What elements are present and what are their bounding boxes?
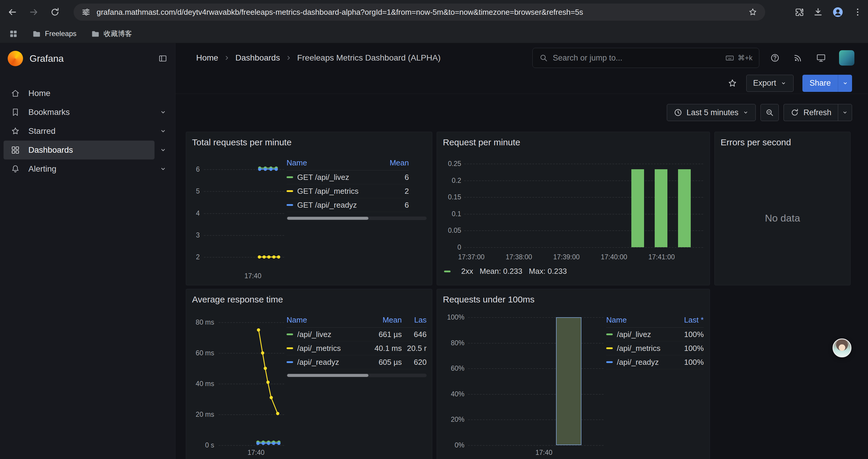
legend-row: /api/_readyz605 µs620 <box>286 355 427 369</box>
sidebar-item-home[interactable]: Home <box>4 84 155 103</box>
url-bar[interactable]: grafana.mathmast.com/d/deytv4rwavabkb/fr… <box>73 4 765 21</box>
y-axis-label: 0.15 <box>448 193 461 201</box>
bookmark-item-freeleaps[interactable]: Freeleaps <box>32 29 76 38</box>
line-series <box>260 168 276 169</box>
y-axis: 0.250.20.150.10.050 <box>440 164 461 247</box>
export-button[interactable]: Export <box>746 75 794 92</box>
zoom-out-button[interactable] <box>761 104 779 121</box>
sidebar-item-dashboards[interactable]: Dashboards <box>4 140 155 160</box>
dashboards-grid-icon <box>11 145 20 155</box>
y-axis-label: 60% <box>451 364 464 372</box>
legend-series-name[interactable]: GET /api/_readyz <box>297 201 357 210</box>
bookmark-label: Freeleaps <box>45 30 76 38</box>
time-range-picker[interactable]: Last 5 minutes <box>667 104 756 121</box>
legend-column-header[interactable]: Mean <box>358 313 402 327</box>
favorite-star-icon[interactable] <box>727 78 737 88</box>
legend-series-name[interactable]: GET /api/_metrics <box>297 187 359 196</box>
legend-row: /api/_metrics100% <box>606 341 704 355</box>
menu-kebab-icon[interactable] <box>852 7 863 17</box>
refresh-button[interactable]: Refresh <box>783 104 838 121</box>
refresh-icon <box>790 108 799 117</box>
legend-column-header[interactable]: Name <box>286 313 358 327</box>
panel-title[interactable]: Requests under 100ms <box>443 294 534 304</box>
chart-plot <box>468 317 603 445</box>
refresh-interval-dropdown[interactable] <box>838 104 852 121</box>
scrollbar-thumb[interactable] <box>287 217 368 220</box>
legend-column-header[interactable]: Las <box>402 313 427 327</box>
panel-title[interactable]: Total requests per minute <box>192 137 291 147</box>
profile-avatar-icon[interactable] <box>832 6 844 18</box>
gridline <box>468 419 603 420</box>
chevron-right-icon <box>224 55 230 61</box>
breadcrumb-dashboards[interactable]: Dashboards <box>236 53 280 63</box>
sidebar-item-label: Starred <box>28 126 56 136</box>
legend-series-name[interactable]: /api/_readyz <box>297 358 339 367</box>
panel-title[interactable]: Request per minute <box>443 137 520 147</box>
breadcrumb-current: Freeleaps Metrics Dashboard (ALPHA) <box>297 53 441 63</box>
panel-title[interactable]: Errors per second <box>720 137 791 147</box>
line-series <box>260 169 276 170</box>
legend-value: 2 <box>373 184 409 198</box>
legend-column-header[interactable]: Last * <box>671 313 704 327</box>
downloads-icon[interactable] <box>813 7 823 17</box>
forward-button[interactable] <box>25 3 42 21</box>
bookmark-star-icon[interactable] <box>748 7 757 17</box>
share-button[interactable]: Share <box>802 75 838 92</box>
help-icon[interactable] <box>770 53 780 63</box>
sidebar-item-label: Alerting <box>28 164 56 174</box>
browser-actions <box>794 0 863 24</box>
y-axis-label: 20% <box>451 416 464 424</box>
data-point <box>261 441 265 445</box>
series-color <box>286 176 293 178</box>
x-axis: 17:40 <box>219 449 284 458</box>
legend-column-header[interactable]: Mean <box>373 156 409 170</box>
legend-series-name[interactable]: /api/_livez <box>617 330 651 339</box>
series-color <box>286 347 293 349</box>
gridline <box>204 191 284 192</box>
sidebar-brand: Grafana <box>0 43 175 74</box>
panel-title[interactable]: Average response time <box>192 294 283 304</box>
grafana-logo[interactable] <box>8 51 23 66</box>
url-text[interactable]: grafana.mathmast.com/d/deytv4rwavabkb/fr… <box>97 8 742 17</box>
reload-button[interactable] <box>46 3 64 21</box>
sidebar-item-alerting[interactable]: Alerting <box>4 160 155 178</box>
legend-series-name[interactable]: /api/_metrics <box>297 344 341 353</box>
sidebar-item-bookmarks[interactable]: Bookmarks <box>4 103 155 122</box>
assistant-avatar-button[interactable] <box>833 338 851 357</box>
chevron-down-icon[interactable] <box>155 160 172 178</box>
user-avatar[interactable] <box>839 50 855 66</box>
bookmark-item-blogs[interactable]: 收藏博客 <box>91 29 132 38</box>
legend-value: 40.1 ms <box>358 341 402 355</box>
legend-series-name[interactable]: 2xx <box>461 267 473 276</box>
legend-column-header[interactable]: Name <box>606 313 671 327</box>
breadcrumb-home[interactable]: Home <box>196 53 218 63</box>
gridline <box>468 317 603 318</box>
dock-sidebar-icon[interactable] <box>158 54 167 63</box>
site-info-icon[interactable] <box>81 7 91 17</box>
chevron-down-icon[interactable] <box>155 122 172 140</box>
legend-row: /api/_livez100% <box>606 328 704 341</box>
legend-column-header[interactable]: Name <box>286 156 373 170</box>
scrollbar-thumb[interactable] <box>287 374 368 377</box>
rss-icon[interactable] <box>793 53 803 63</box>
gridline <box>204 235 284 236</box>
legend-series-name[interactable]: /api/_readyz <box>617 358 659 367</box>
search-input[interactable]: Search or jump to... ⌘+k <box>532 48 759 68</box>
share-dropdown-button[interactable] <box>838 75 852 92</box>
bookmarks-bar: Freeleaps 收藏博客 <box>0 24 868 43</box>
legend-value: 100% <box>671 355 704 369</box>
legend-row: /api/_readyz100% <box>606 355 704 369</box>
chevron-down-icon[interactable] <box>155 103 172 122</box>
x-axis-label: 17:37:00 <box>458 253 485 261</box>
monitor-icon[interactable] <box>816 53 826 63</box>
legend-series-name[interactable]: GET /api/_livez <box>297 173 349 182</box>
chevron-down-icon[interactable] <box>155 140 172 160</box>
y-axis-label: 4 <box>196 209 200 217</box>
legend-mean: Mean: 0.233 <box>479 267 522 276</box>
apps-grid-icon[interactable] <box>9 29 18 38</box>
legend-series-name[interactable]: /api/_metrics <box>617 344 660 353</box>
legend-series-name[interactable]: /api/_livez <box>297 330 332 339</box>
extensions-icon[interactable] <box>794 7 804 17</box>
back-button[interactable] <box>4 3 21 21</box>
sidebar-item-starred[interactable]: Starred <box>4 122 155 140</box>
